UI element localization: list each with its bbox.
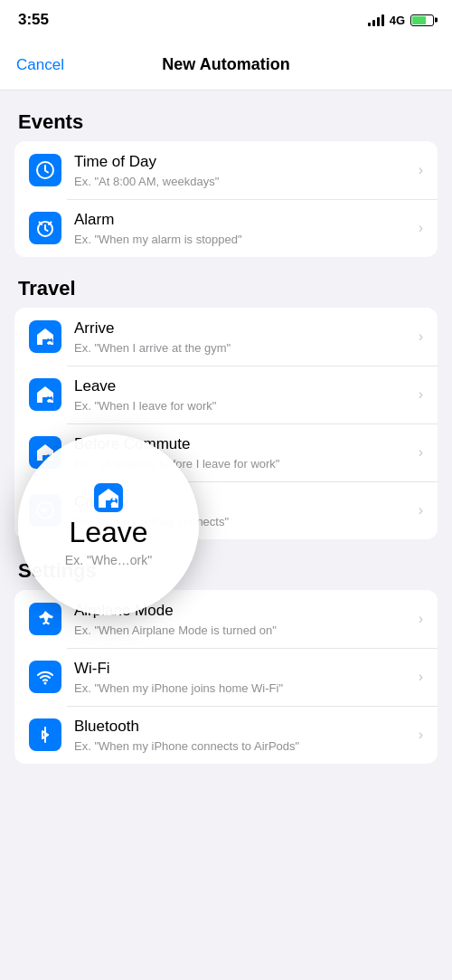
alarm-item[interactable]: Alarm Ex. "When my alarm is stopped" › bbox=[14, 199, 438, 257]
alarm-title: Alarm bbox=[74, 210, 411, 230]
alarm-subtitle: Ex. "When my alarm is stopped" bbox=[74, 233, 411, 246]
bluetooth-title: Bluetooth bbox=[74, 717, 411, 737]
bluetooth-icon bbox=[29, 718, 61, 751]
svg-point-5 bbox=[49, 395, 52, 397]
leave-item[interactable]: Leave Ex. "When I leave for work" › bbox=[14, 366, 438, 423]
events-list: Time of Day Ex. "At 8:00 AM, weekdays" ›… bbox=[14, 141, 438, 257]
status-bar: 3:55 4G bbox=[0, 0, 452, 40]
arrive-title: Arrive bbox=[74, 319, 411, 338]
commute-icon bbox=[29, 436, 61, 469]
arrive-subtitle: Ex. "When I arrive at the gym" bbox=[74, 341, 411, 355]
settings-list: Airplane Mode Ex. "When Airplane Mode is… bbox=[14, 590, 438, 764]
travel-section-header: Travel bbox=[0, 257, 452, 308]
signal-4g-label: 4G bbox=[390, 14, 405, 27]
cancel-button[interactable]: Cancel bbox=[16, 56, 64, 74]
commute-subtitle: Ex. "15 minutes before I leave for work" bbox=[74, 457, 411, 471]
airplane-mode-item[interactable]: Airplane Mode Ex. "When Airplane Mode is… bbox=[14, 590, 438, 648]
time-of-day-title: Time of Day bbox=[74, 152, 411, 172]
svg-point-10 bbox=[44, 682, 47, 685]
battery-icon bbox=[410, 14, 434, 26]
airplane-subtitle: Ex. "When Airplane Mode is turned on" bbox=[74, 623, 411, 637]
wifi-icon bbox=[29, 661, 61, 693]
carplay-title: CarPlay bbox=[74, 492, 411, 512]
chevron-right-icon-alarm: › bbox=[419, 220, 423, 236]
airplane-title: Airplane Mode bbox=[74, 601, 411, 621]
bluetooth-subtitle: Ex. "When my iPhone connects to AirPods" bbox=[74, 739, 411, 753]
before-commute-item[interactable]: Before Commute Ex. "15 minutes before I … bbox=[14, 423, 438, 481]
clock-icon-alarm bbox=[29, 212, 61, 244]
status-time: 3:55 bbox=[18, 11, 49, 29]
wifi-subtitle: Ex. "When my iPhone joins home Wi-Fi" bbox=[74, 681, 411, 695]
events-section-header: Events bbox=[0, 90, 452, 141]
commute-title: Before Commute bbox=[74, 434, 411, 454]
nav-bar: Cancel New Automation bbox=[0, 40, 452, 90]
clock-icon-tod bbox=[29, 154, 61, 186]
svg-point-7 bbox=[49, 452, 52, 455]
chevron-right-icon-commute: › bbox=[419, 444, 423, 461]
arrive-icon bbox=[29, 320, 61, 353]
chevron-right-icon: › bbox=[419, 162, 423, 178]
page-title: New Automation bbox=[162, 55, 289, 74]
signal-bars-icon bbox=[368, 14, 384, 26]
travel-list: Arrive Ex. "When I arrive at the gym" › … bbox=[14, 308, 438, 539]
time-of-day-item[interactable]: Time of Day Ex. "At 8:00 AM, weekdays" › bbox=[14, 141, 438, 199]
settings-section-header: Settings bbox=[0, 539, 452, 590]
chevron-right-icon-wifi: › bbox=[419, 669, 423, 685]
time-of-day-subtitle: Ex. "At 8:00 AM, weekdays" bbox=[74, 175, 411, 188]
svg-marker-9 bbox=[42, 508, 49, 513]
leave-subtitle: Ex. "When I leave for work" bbox=[74, 399, 411, 413]
chevron-right-icon-airplane: › bbox=[419, 611, 423, 627]
carplay-subtitle: Ex. "When CarPlay connects" bbox=[74, 515, 411, 528]
status-icons: 4G bbox=[368, 14, 434, 27]
airplane-icon bbox=[29, 603, 61, 635]
leave-title: Leave bbox=[74, 376, 411, 396]
battery-fill bbox=[412, 16, 426, 24]
chevron-right-icon-arrive: › bbox=[419, 328, 423, 345]
svg-point-3 bbox=[49, 337, 52, 339]
carplay-item[interactable]: CarPlay Ex. "When CarPlay connects" › bbox=[14, 481, 438, 539]
bluetooth-item[interactable]: Bluetooth Ex. "When my iPhone connects t… bbox=[14, 706, 438, 764]
chevron-right-icon-leave: › bbox=[419, 386, 423, 403]
wifi-title: Wi-Fi bbox=[74, 659, 411, 679]
arrive-item[interactable]: Arrive Ex. "When I arrive at the gym" › bbox=[14, 308, 438, 366]
wifi-item[interactable]: Wi-Fi Ex. "When my iPhone joins home Wi-… bbox=[14, 648, 438, 706]
carplay-icon bbox=[29, 494, 61, 527]
chevron-right-icon-carplay: › bbox=[419, 502, 423, 519]
leave-icon bbox=[29, 378, 61, 411]
chevron-right-icon-bluetooth: › bbox=[419, 727, 423, 743]
